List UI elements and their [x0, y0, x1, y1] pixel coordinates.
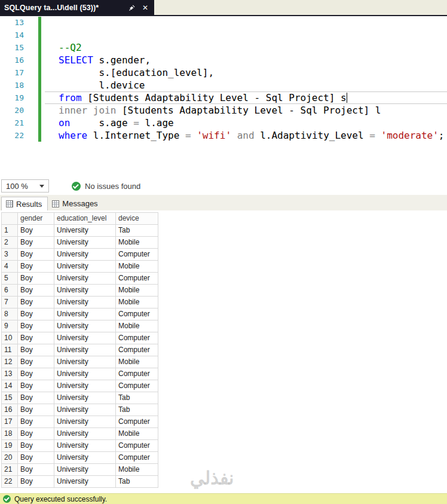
cell[interactable]: Computer [116, 308, 158, 320]
column-header-gender[interactable]: gender [18, 213, 54, 225]
cell[interactable]: Boy [18, 428, 54, 440]
cell[interactable]: Boy [18, 452, 54, 464]
cell[interactable]: Boy [18, 237, 54, 249]
row-number[interactable]: 3 [2, 249, 18, 261]
line-number[interactable]: 22 [0, 129, 24, 142]
cell[interactable]: Boy [18, 273, 54, 285]
code-line[interactable]: 15--Q2 [0, 41, 447, 54]
code-line[interactable]: 21on s.age = l.age [0, 117, 447, 129]
cell[interactable]: University [54, 368, 116, 380]
cell[interactable]: Boy [18, 380, 54, 392]
close-icon[interactable]: ✕ [140, 4, 150, 12]
cell[interactable]: Boy [18, 308, 54, 320]
row-number[interactable]: 10 [2, 332, 18, 344]
row-number[interactable]: 1 [2, 225, 18, 237]
pin-icon[interactable] [128, 4, 136, 11]
cell[interactable]: University [54, 356, 116, 368]
cell[interactable]: Tab [116, 392, 158, 404]
row-number[interactable]: 12 [2, 356, 18, 368]
line-number[interactable]: 16 [0, 54, 24, 66]
cell[interactable]: Boy [18, 285, 54, 297]
line-number[interactable]: 15 [0, 41, 24, 54]
cell[interactable]: University [54, 344, 116, 356]
row-number[interactable]: 2 [2, 237, 18, 249]
cell[interactable]: Computer [116, 368, 158, 380]
tab-messages[interactable]: Messages [48, 197, 103, 210]
cell[interactable]: Boy [18, 404, 54, 416]
tab-results[interactable]: Results [1, 197, 48, 210]
code-line[interactable]: 14 [0, 29, 447, 41]
cell[interactable]: University [54, 476, 116, 488]
row-number[interactable]: 22 [2, 476, 18, 488]
cell[interactable]: Computer [116, 440, 158, 452]
cell[interactable]: Boy [18, 440, 54, 452]
row-number[interactable]: 6 [2, 285, 18, 297]
cell[interactable]: Boy [18, 225, 54, 237]
cell[interactable]: Computer [116, 273, 158, 285]
row-number[interactable]: 13 [2, 368, 18, 380]
row-number[interactable]: 8 [2, 308, 18, 320]
row-number[interactable]: 21 [2, 464, 18, 476]
code-line[interactable]: 16SELECT s.gender, [0, 54, 447, 66]
cell[interactable]: Boy [18, 356, 54, 368]
code-line[interactable]: 18 l.device [0, 79, 447, 91]
cell[interactable]: University [54, 440, 116, 452]
line-number[interactable]: 18 [0, 79, 24, 91]
row-number[interactable]: 14 [2, 380, 18, 392]
code-line[interactable]: 19from [Students Adaptability Level - Sq… [0, 91, 447, 104]
row-number[interactable]: 19 [2, 440, 18, 452]
row-number[interactable]: 4 [2, 261, 18, 273]
code-editor[interactable]: 131415--Q216SELECT s.gender,17 s.[educat… [0, 16, 447, 177]
cell[interactable]: Boy [18, 368, 54, 380]
cell[interactable]: Boy [18, 332, 54, 344]
grid-corner[interactable] [2, 213, 18, 225]
cell[interactable]: University [54, 308, 116, 320]
cell[interactable]: University [54, 428, 116, 440]
cell[interactable]: University [54, 261, 116, 273]
issues-status[interactable]: No issues found [72, 182, 140, 191]
cell[interactable]: Computer [116, 344, 158, 356]
cell[interactable]: Boy [18, 416, 54, 428]
cell[interactable]: University [54, 285, 116, 297]
row-number[interactable]: 11 [2, 344, 18, 356]
cell[interactable]: Boy [18, 392, 54, 404]
line-number[interactable]: 19 [0, 91, 24, 104]
cell[interactable]: Boy [18, 320, 54, 332]
column-header-education_level[interactable]: education_level [54, 213, 116, 225]
cell[interactable]: Computer [116, 452, 158, 464]
column-header-device[interactable]: device [116, 213, 158, 225]
cell[interactable]: Mobile [116, 356, 158, 368]
cell[interactable]: Computer [116, 249, 158, 261]
cell[interactable]: University [54, 452, 116, 464]
code-line[interactable]: 22where l.Internet_Type = 'wifi' and l.A… [0, 129, 447, 142]
row-number[interactable]: 7 [2, 297, 18, 308]
cell[interactable]: Mobile [116, 428, 158, 440]
line-number[interactable]: 20 [0, 104, 24, 117]
cell[interactable]: University [54, 320, 116, 332]
cell[interactable]: Computer [116, 416, 158, 428]
row-number[interactable]: 15 [2, 392, 18, 404]
cell[interactable]: University [54, 297, 116, 308]
cell[interactable]: Computer [116, 332, 158, 344]
cell[interactable]: Tab [116, 225, 158, 237]
cell[interactable]: Mobile [116, 297, 158, 308]
cell[interactable]: Mobile [116, 261, 158, 273]
cell[interactable]: Mobile [116, 285, 158, 297]
cell[interactable]: University [54, 380, 116, 392]
document-tab-sqlquery[interactable]: SQLQuery ta...U\dell (53))* ✕ [0, 0, 154, 15]
row-number[interactable]: 16 [2, 404, 18, 416]
line-number[interactable]: 14 [0, 29, 24, 41]
cell[interactable]: University [54, 237, 116, 249]
cell[interactable]: University [54, 273, 116, 285]
cell[interactable]: University [54, 225, 116, 237]
line-number[interactable]: 17 [0, 66, 24, 79]
line-number[interactable]: 21 [0, 117, 24, 129]
cell[interactable]: Boy [18, 297, 54, 308]
row-number[interactable]: 20 [2, 452, 18, 464]
zoom-select[interactable]: 100 % [1, 179, 49, 193]
cell[interactable]: Tab [116, 476, 158, 488]
line-number[interactable]: 13 [0, 16, 24, 29]
cell[interactable]: University [54, 249, 116, 261]
row-number[interactable]: 18 [2, 428, 18, 440]
cell[interactable]: Boy [18, 476, 54, 488]
